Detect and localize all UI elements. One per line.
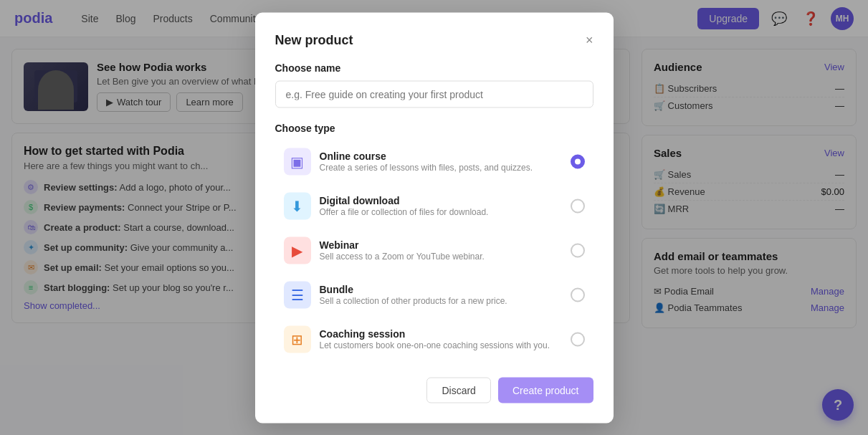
product-type-list: ▣ Online course Create a series of lesso… <box>275 140 593 360</box>
coaching-icon: ⊞ <box>284 325 311 353</box>
create-product-button[interactable]: Create product <box>498 377 593 403</box>
name-section-label: Choose name <box>275 62 593 73</box>
course-radio[interactable] <box>571 154 585 168</box>
bundle-radio[interactable] <box>571 287 585 302</box>
bundle-text: Bundle Sell a collection of other produc… <box>320 284 562 306</box>
webinar-radio[interactable] <box>571 243 585 257</box>
bundle-desc: Sell a collection of other products for … <box>320 296 562 306</box>
course-name: Online course <box>320 150 562 162</box>
modal-header: New product × <box>275 32 593 47</box>
type-section-label: Choose type <box>275 122 593 133</box>
type-digital-download[interactable]: ⬇ Digital download Offer a file or colle… <box>275 185 593 226</box>
type-coaching[interactable]: ⊞ Coaching session Let customers book on… <box>275 318 593 360</box>
digital-icon: ⬇ <box>284 192 311 219</box>
close-icon[interactable]: × <box>586 34 593 47</box>
course-text: Online course Create a series of lessons… <box>320 150 562 173</box>
discard-button[interactable]: Discard <box>426 377 490 403</box>
course-desc: Create a series of lessons with files, p… <box>320 163 562 173</box>
webinar-text: Webinar Sell access to a Zoom or YouTube… <box>320 239 562 262</box>
coaching-radio[interactable] <box>571 332 585 346</box>
type-webinar[interactable]: ▶ Webinar Sell access to a Zoom or YouTu… <box>275 229 593 271</box>
coaching-desc: Let customers book one-on-one coaching s… <box>320 340 562 350</box>
coaching-name: Coaching session <box>320 328 562 340</box>
modal-footer: Discard Create product <box>275 377 593 403</box>
digital-desc: Offer a file or collection of files for … <box>320 207 562 217</box>
product-name-input[interactable] <box>275 80 593 107</box>
webinar-name: Webinar <box>320 239 562 251</box>
modal-title: New product <box>275 32 353 47</box>
type-online-course[interactable]: ▣ Online course Create a series of lesso… <box>275 140 593 182</box>
digital-text: Digital download Offer a file or collect… <box>320 195 562 217</box>
course-icon: ▣ <box>284 148 311 175</box>
new-product-modal: New product × Choose name Choose type ▣ … <box>255 12 614 423</box>
webinar-desc: Sell access to a Zoom or YouTube webinar… <box>320 252 562 262</box>
bundle-name: Bundle <box>320 284 562 295</box>
bundle-icon: ☰ <box>284 281 311 308</box>
type-bundle[interactable]: ☰ Bundle Sell a collection of other prod… <box>275 274 593 315</box>
webinar-icon: ▶ <box>284 236 311 264</box>
digital-name: Digital download <box>320 195 562 206</box>
digital-radio[interactable] <box>571 199 585 213</box>
coaching-text: Coaching session Let customers book one-… <box>320 328 562 350</box>
